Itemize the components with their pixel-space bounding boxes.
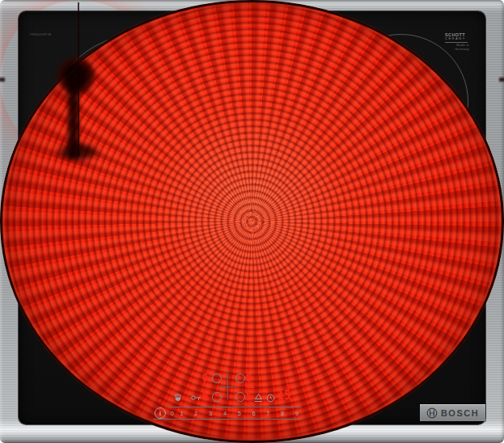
zone-select-back-right[interactable] — [235, 373, 245, 383]
slider-track-line-bottom — [153, 419, 301, 420]
cooktop: PKE645FP1E SCHOTT CERAN® Made in Germany… — [0, 0, 504, 443]
timer-clock-icon[interactable] — [266, 394, 275, 403]
logo-subtext: Made in Germany — [445, 44, 469, 51]
selected-zone-bar-top — [247, 386, 254, 388]
pause-hand-icon[interactable] — [173, 392, 183, 402]
zone-map-divider-horizontal — [219, 386, 236, 387]
zone-select-back-left[interactable] — [212, 373, 222, 383]
slider-number-2[interactable]: 2 — [190, 411, 198, 416]
bosch-logo-badge: BOSCH — [420, 404, 485, 421]
timer-display: 15 — [277, 388, 291, 403]
element-notch-left — [0, 78, 5, 82]
slider-track-line-top — [169, 407, 301, 407]
thermal-limiter-shadow — [55, 142, 100, 159]
selected-zone-bar-bottom — [247, 404, 254, 406]
timer-unit-label: min — [286, 382, 294, 387]
power-button-label: I — [159, 411, 161, 416]
slider-number-1[interactable]: 1 — [180, 411, 184, 416]
zone-map-divider-vertical — [227, 371, 228, 399]
slider-number-6[interactable]: 6 — [248, 411, 256, 416]
slider-number-0[interactable]: 0 — [171, 411, 174, 416]
model-text: PKE645FP1E — [30, 32, 52, 36]
zone-select-front-left[interactable] — [212, 392, 222, 402]
bosch-armature-icon — [426, 407, 438, 419]
slider-number-3[interactable]: 3 — [204, 411, 212, 416]
display-front-right: 5 — [246, 390, 252, 403]
schott-ceran-logo: SCHOTT CERAN® Made in Germany — [445, 32, 469, 51]
slider-number-9[interactable]: 9 — [290, 411, 299, 416]
child-lock-key-icon[interactable] — [191, 394, 201, 401]
power-indicator-dot — [159, 399, 161, 402]
logo-divider — [445, 42, 468, 43]
display-back-left: 0 — [202, 371, 208, 384]
slider-number-5[interactable]: 5 — [233, 411, 241, 416]
heat-up-boost-icon — [254, 393, 263, 403]
slider-number-8[interactable]: 8 — [276, 411, 284, 416]
ceran-wordmark: CERAN® — [445, 37, 469, 40]
bosch-wordmark: BOSCH — [441, 408, 479, 418]
zone-select-front-right[interactable] — [235, 392, 245, 402]
display-front-left: 0 — [202, 390, 208, 403]
display-back-right: 0 — [246, 371, 252, 384]
power-button[interactable]: I — [155, 407, 166, 419]
slider-number-4[interactable]: 4 — [218, 411, 227, 416]
slider-number-7[interactable]: 7 — [261, 411, 269, 416]
power-level-slider[interactable]: 0 1 2 3 4 5 6 7 8 9 — [171, 408, 299, 418]
